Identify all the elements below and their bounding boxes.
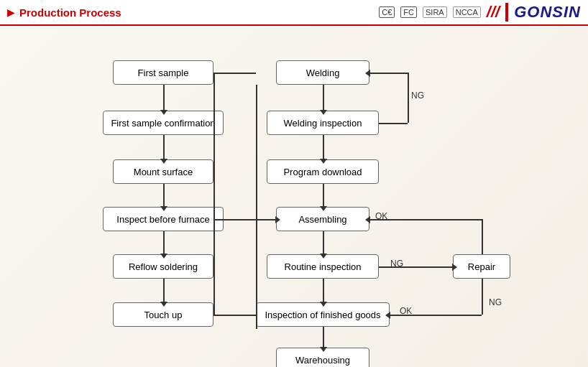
line-left-connector [213,73,215,315]
ng-label-2: NG [390,259,403,269]
arrow-5 [163,279,165,302]
company-logo: GONSIN [505,3,581,22]
arrow-r4 [323,231,324,254]
header-left: ▶ Production Process [7,6,121,19]
first-sample-box: First sample [113,60,213,85]
left-to-assembling [213,219,276,220]
logo-slashes: /// [487,3,500,22]
ng-line-h1 [379,123,408,124]
header: ▶ Production Process C€ FC SIRA NCCA ///… [0,0,588,26]
ng-arrow-welding [369,73,408,74]
arrow-2 [163,135,165,159]
arrow-3 [163,184,165,207]
ng-fin-v [482,279,483,315]
ok-label-2: OK [400,306,412,316]
ncca-cert: NCCA [453,6,481,18]
line-left-h1 [213,315,256,316]
sira-cert: SIRA [423,6,447,18]
repair-up-line [482,219,483,254]
header-right: C€ FC SIRA NCCA /// GONSIN [379,3,581,22]
play-icon: ▶ [7,6,15,18]
repair-box: Repair [453,254,510,279]
production-diagram: First sample First sample confirmation M… [0,26,588,367]
line-fs-connector [213,73,256,74]
page-title: Production Process [19,6,121,19]
ng-label-1: NG [411,90,424,101]
fc-cert: FC [400,6,417,18]
arrow-r3 [323,184,324,207]
line-left-down [256,85,257,329]
ng-label-3: NG [489,297,502,307]
arrow-r1 [323,85,324,111]
ng-line-v1 [408,73,409,123]
main-content: First sample First sample confirmation M… [0,26,588,367]
arrow-r6 [323,327,324,348]
arrow-r2 [323,135,324,159]
arrow-1 [163,85,165,111]
welding-box: Welding [276,60,369,85]
ce-cert: C€ [379,6,395,18]
repair-back-arrow [369,219,482,220]
arrow-4 [163,231,165,254]
arrow-r5 [323,279,324,302]
